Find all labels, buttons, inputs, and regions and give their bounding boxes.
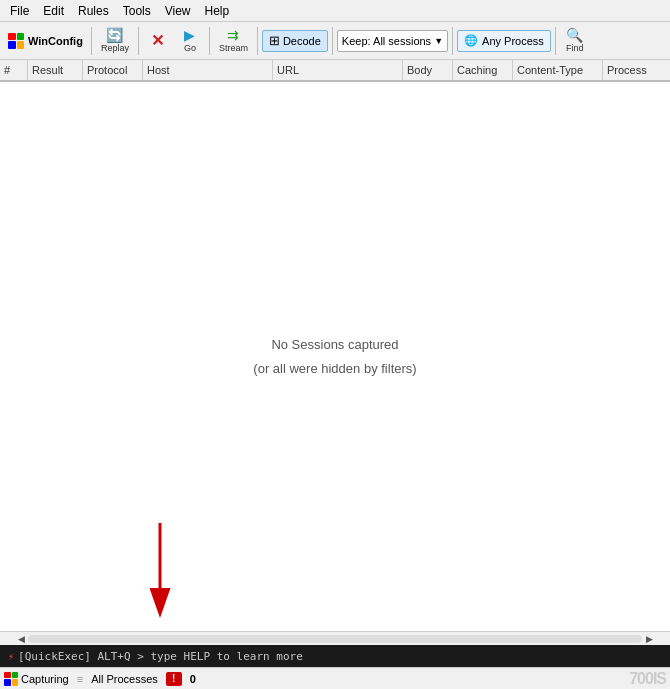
menu-file[interactable]: File bbox=[4, 2, 35, 20]
keep-dropdown-arrow: ▼ bbox=[434, 36, 443, 46]
decode-button[interactable]: ⊞ Decode bbox=[262, 30, 328, 52]
session-count: 0 bbox=[190, 673, 196, 685]
replay-label: Replay bbox=[101, 43, 129, 53]
separator-3 bbox=[209, 27, 210, 55]
col-header-hash[interactable]: # bbox=[0, 60, 28, 80]
col-header-process[interactable]: Process bbox=[603, 60, 670, 80]
stream-button[interactable]: ⇉ Stream bbox=[214, 24, 253, 58]
process-label: Any Process bbox=[482, 35, 544, 47]
find-button[interactable]: 🔍 Find bbox=[560, 24, 590, 58]
globe-icon: 🌐 bbox=[464, 34, 478, 47]
separator-5 bbox=[332, 27, 333, 55]
no-sessions-message: No Sessions captured (or all were hidden… bbox=[253, 333, 416, 380]
stream-label: Stream bbox=[219, 43, 248, 53]
scrollbar-track[interactable] bbox=[28, 635, 642, 643]
menu-help[interactable]: Help bbox=[199, 2, 236, 20]
go-button[interactable]: ▶ Go bbox=[175, 24, 205, 58]
menu-rules[interactable]: Rules bbox=[72, 2, 115, 20]
col-header-content-type[interactable]: Content-Type bbox=[513, 60, 603, 80]
col-header-body[interactable]: Body bbox=[403, 60, 453, 80]
capturing-status: Capturing bbox=[4, 672, 69, 686]
error-badge: ! bbox=[166, 672, 182, 686]
statusbar: Capturing ≡ All Processes ! 0 700IS bbox=[0, 667, 670, 689]
replay-button[interactable]: 🔄 Replay bbox=[96, 24, 134, 58]
capturing-label: Capturing bbox=[21, 673, 69, 685]
arrow-indicator bbox=[120, 518, 200, 621]
horizontal-scrollbar[interactable]: ◀ ▶ bbox=[0, 631, 670, 645]
separator-7 bbox=[555, 27, 556, 55]
menubar: File Edit Rules Tools View Help bbox=[0, 0, 670, 22]
go-icon: ▶ bbox=[184, 28, 195, 42]
decode-label: Decode bbox=[283, 35, 321, 47]
all-processes-label: All Processes bbox=[91, 673, 158, 685]
stream-icon: ⇉ bbox=[227, 28, 239, 42]
separator-1 bbox=[91, 27, 92, 55]
no-sessions-line1: No Sessions captured bbox=[253, 333, 416, 356]
session-list: No Sessions captured (or all were hidden… bbox=[0, 82, 670, 631]
find-icon: 🔍 bbox=[566, 28, 583, 42]
quickexec-bar[interactable]: ⚡ [QuickExec] ALT+Q > type HELP to learn… bbox=[0, 645, 670, 667]
separator-6 bbox=[452, 27, 453, 55]
col-header-caching[interactable]: Caching bbox=[453, 60, 513, 80]
menu-view[interactable]: View bbox=[159, 2, 197, 20]
winconfig-button[interactable]: WinConfig bbox=[4, 31, 87, 51]
keep-label: Keep: All sessions bbox=[342, 35, 431, 47]
capture-icon bbox=[4, 672, 18, 686]
decode-icon: ⊞ bbox=[269, 33, 280, 48]
col-header-host[interactable]: Host bbox=[143, 60, 273, 80]
all-processes-status: All Processes bbox=[91, 673, 158, 685]
quickexec-icon: ⚡ bbox=[8, 651, 14, 662]
col-header-url[interactable]: URL bbox=[273, 60, 403, 80]
remove-icon: ✕ bbox=[151, 33, 164, 49]
scroll-left-button[interactable]: ◀ bbox=[14, 632, 28, 646]
column-headers: # Result Protocol Host URL Body Caching … bbox=[0, 60, 670, 82]
col-header-result[interactable]: Result bbox=[28, 60, 83, 80]
no-sessions-line2: (or all were hidden by filters) bbox=[253, 357, 416, 380]
quickexec-text: [QuickExec] ALT+Q > type HELP to learn m… bbox=[18, 650, 303, 663]
winconfig-label: WinConfig bbox=[28, 35, 83, 47]
go-label: Go bbox=[184, 43, 196, 53]
keep-sessions-button[interactable]: Keep: All sessions ▼ bbox=[337, 30, 448, 52]
separator-2 bbox=[138, 27, 139, 55]
menu-edit[interactable]: Edit bbox=[37, 2, 70, 20]
scroll-right-button[interactable]: ▶ bbox=[642, 632, 656, 646]
winconfig-icon bbox=[8, 33, 24, 49]
separator-4 bbox=[257, 27, 258, 55]
remove-button[interactable]: ✕ bbox=[143, 24, 173, 58]
app-logo: 700IS bbox=[629, 670, 666, 688]
toolbar: WinConfig 🔄 Replay ✕ ▶ Go ⇉ Stream ⊞ Dec… bbox=[0, 22, 670, 60]
replay-icon: 🔄 bbox=[106, 28, 123, 42]
process-filter-button[interactable]: 🌐 Any Process bbox=[457, 30, 551, 52]
status-separator: ≡ bbox=[77, 673, 83, 685]
menu-tools[interactable]: Tools bbox=[117, 2, 157, 20]
find-label: Find bbox=[566, 43, 584, 53]
col-header-protocol[interactable]: Protocol bbox=[83, 60, 143, 80]
